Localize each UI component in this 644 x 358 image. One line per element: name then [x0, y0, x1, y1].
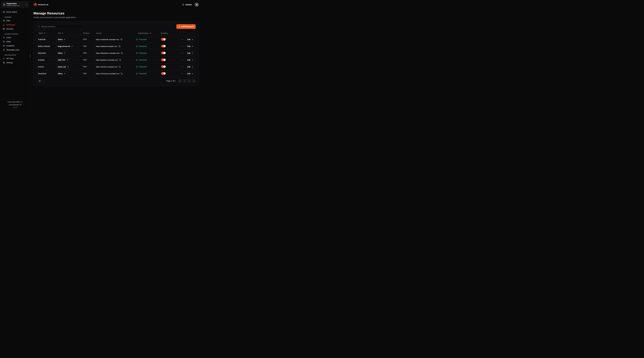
edit-button[interactable]: Edit: [186, 38, 195, 42]
table-row: Immich Home Lab TCP https://immich.examp…: [37, 63, 196, 70]
add-resource-button[interactable]: Add Resource: [176, 24, 196, 29]
enabled-toggle[interactable]: [161, 45, 166, 48]
last-page-button[interactable]: [192, 79, 196, 83]
column-header-authentication[interactable]: Authentication: [136, 32, 161, 34]
edit-button[interactable]: Edit: [186, 72, 195, 76]
row-menu-button[interactable]: [181, 66, 184, 68]
avatar[interactable]: M: [194, 3, 199, 7]
resource-name: Authentik: [37, 39, 56, 41]
copy-url-button[interactable]: [118, 45, 121, 48]
site-link-button[interactable]: Edge Device 01: [56, 44, 74, 48]
column-header-name[interactable]: Name: [37, 32, 56, 34]
add-resource-label: Add Resource: [181, 26, 194, 28]
edit-label: Edit: [187, 59, 190, 61]
pangolin-logo-icon: [34, 3, 37, 6]
sidebar-item-label: API Keys: [6, 58, 14, 60]
mail-icon: [3, 45, 5, 47]
section-label-general: GENERAL: [4, 16, 26, 18]
enabled-toggle[interactable]: [161, 52, 166, 54]
edit-label: Edit: [187, 52, 190, 54]
row-menu-button[interactable]: [181, 45, 184, 48]
enabled-toggle[interactable]: [161, 38, 166, 41]
auth-status: Protected: [139, 66, 146, 68]
prev-page-button[interactable]: [183, 79, 186, 83]
sidebar-item-invitations[interactable]: Invitations: [2, 44, 29, 48]
enabled-toggle[interactable]: [161, 59, 166, 61]
sidebar-item-server-admin[interactable]: Server Admin: [2, 10, 29, 14]
shield-check-icon: [136, 73, 138, 75]
brand: PANGOLIN: [34, 3, 48, 6]
theme-toggle[interactable]: System: [182, 4, 192, 6]
site-label: Office: [58, 39, 62, 41]
org-selector[interactable]: Organization milo@fossorial.io's ...: [2, 2, 29, 8]
page-size-select[interactable]: 20: [37, 79, 45, 83]
row-menu-button[interactable]: [181, 72, 184, 75]
resource-protocol: TCP: [83, 59, 96, 61]
sidebar-item-api-keys[interactable]: API Keys: [2, 57, 29, 61]
edit-button[interactable]: Edit: [186, 65, 195, 69]
sidebar-item-label: Shareable Links: [6, 49, 19, 51]
enabled-toggle[interactable]: [161, 72, 166, 75]
column-header-site[interactable]: Site: [56, 32, 83, 34]
site-link-button[interactable]: Office: [56, 38, 67, 42]
edit-button[interactable]: Edit: [186, 44, 195, 48]
ellipsis-icon: [181, 73, 183, 75]
ellipsis-icon: [181, 59, 183, 61]
chevron-left-icon: [184, 80, 186, 82]
documentation-link[interactable]: Documentation: [2, 103, 29, 106]
sidebar-item-shareable-links[interactable]: Shareable Links: [2, 48, 29, 52]
sidebar-item-users[interactable]: Users: [2, 36, 29, 40]
first-page-button[interactable]: [178, 79, 182, 83]
chevrons-right-icon: [193, 80, 195, 82]
row-menu-button[interactable]: [181, 52, 184, 55]
row-menu-button[interactable]: [181, 59, 184, 61]
globe-icon: [3, 28, 5, 30]
page-subtitle: Create secure proxies to your private ap…: [34, 16, 199, 19]
site-link-button[interactable]: AWS VPC: [56, 58, 70, 62]
sidebar-item-roles[interactable]: Roles: [2, 40, 29, 44]
site-label: AWS VPC: [58, 59, 66, 61]
next-page-button[interactable]: [188, 79, 191, 83]
users-icon: [3, 41, 5, 43]
sidebar-item-resources[interactable]: Resources: [2, 23, 29, 27]
sidebar-resize-handle[interactable]: [30, 55, 30, 58]
table-row: Grafana AWS VPC TCP https://grafana.exam…: [37, 57, 196, 63]
site-label: Edge Device 01: [58, 45, 70, 47]
sidebar-item-settings[interactable]: Settings: [2, 61, 29, 65]
server-icon: [3, 11, 5, 13]
copy-url-button[interactable]: [121, 52, 123, 54]
copy-url-button[interactable]: [118, 66, 121, 68]
gear-icon: [3, 62, 5, 64]
copy-url-button[interactable]: [120, 72, 123, 75]
search-input[interactable]: [37, 24, 83, 29]
avatar-initial: M: [196, 4, 198, 6]
column-header-enabled: Enabled: [161, 32, 175, 34]
sidebar-item-domains[interactable]: Domains: [2, 27, 29, 31]
site-link-button[interactable]: Office: [56, 51, 67, 55]
documentation-label: Documentation: [9, 103, 19, 106]
card-toolbar: Add Resource: [37, 24, 196, 29]
community-edition-link[interactable]: Community Edition: [2, 101, 29, 103]
copy-url-button[interactable]: [120, 38, 122, 41]
edit-button[interactable]: Edit: [186, 58, 195, 62]
arrow-up-right-icon: [64, 73, 65, 74]
arrow-right-icon: [192, 52, 193, 54]
enabled-toggle[interactable]: [161, 65, 166, 68]
auth-status: Protected: [139, 73, 146, 75]
row-menu-button[interactable]: [181, 38, 184, 41]
auth-status: Protected: [139, 52, 146, 54]
resources-icon: [3, 24, 5, 26]
site-link-button[interactable]: Home Lab: [56, 65, 70, 69]
ellipsis-icon: [181, 45, 183, 48]
resource-protocol: TCP: [83, 45, 96, 47]
book-open-icon: [20, 104, 22, 106]
resource-name: Nextcloud: [37, 73, 56, 75]
shield-check-icon: [136, 66, 138, 68]
shield-check-icon: [136, 59, 138, 61]
copy-url-button[interactable]: [119, 59, 122, 61]
sidebar-item-sites[interactable]: Sites: [2, 19, 29, 23]
edit-button[interactable]: Edit: [186, 51, 195, 55]
resource-url: https://battery.example.com: [96, 45, 117, 47]
key-icon: [3, 58, 5, 60]
site-link-button[interactable]: Office: [56, 72, 67, 76]
